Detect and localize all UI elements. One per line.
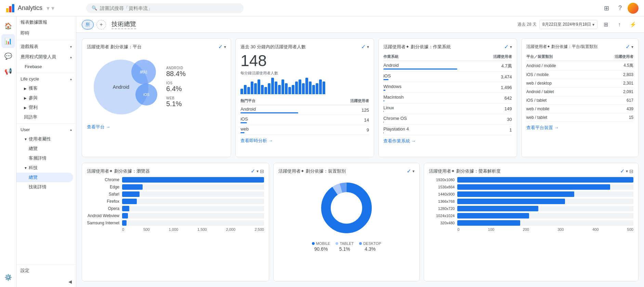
mini-bar — [258, 79, 260, 94]
mini-bar — [278, 85, 281, 94]
pd-dropdown-icon[interactable]: ▾ — [631, 45, 633, 49]
date-selector[interactable]: 8月22日至 2024年9月18日 ▾ — [539, 20, 597, 29]
os-view-link[interactable]: 查看作業系統 → — [383, 138, 512, 144]
sidebar-item-engage[interactable]: ▶ 參與 — [16, 93, 76, 103]
platform-dropdown-icon[interactable]: ▾ — [224, 45, 226, 49]
sidebar-item-games[interactable]: 遊戲報表 ▾ — [16, 41, 76, 52]
left-nav: 🏠 📊 💬 📢 ⚙️ — [0, 16, 16, 287]
browser-row: Opera — [87, 206, 264, 211]
mini-bar — [271, 78, 274, 94]
pd-card-title: 活躍使用者✦ 劃分依據：平台/裝置類別 — [526, 44, 626, 50]
web-label: WEB — [166, 96, 186, 100]
nav-home[interactable]: 🏠 — [1, 19, 15, 33]
table-row: Chrome OS 30 — [383, 114, 512, 125]
os-table: 作業系統 活躍使用者 Android 4.7萬 iOS 3,474 Wi — [383, 53, 512, 135]
pd-view-link[interactable]: 查看平台裝置 → — [526, 125, 633, 131]
tablet-value: 5.1% — [339, 246, 350, 252]
desktop-legend: DESKTOP 4.3% — [359, 241, 381, 252]
active-users-dropdown-icon[interactable]: ▾ — [367, 45, 369, 49]
mini-bar — [285, 83, 288, 94]
resolution-row: 1366x768 — [429, 199, 633, 204]
android-value: 88.4% — [166, 70, 186, 78]
sidebar-collapse-btn[interactable]: ◀ — [16, 276, 76, 287]
filter-chip[interactable]: 所 — [82, 20, 94, 29]
sidebar-item-bounce[interactable]: 回訪率 — [16, 112, 76, 122]
help-icon-btn[interactable]: ? — [614, 2, 626, 14]
tablet-label: TABLET — [340, 241, 354, 246]
device-check-icon: ✓ — [407, 168, 411, 174]
device-type-card: 活躍使用者✦ 劃分依據：裝置類別 ✓ ▾ — [273, 163, 420, 282]
share-btn[interactable]: ↑ — [614, 19, 625, 30]
search-input[interactable] — [100, 5, 238, 11]
platform-check-icon: ✓ — [218, 43, 223, 50]
resolution-dropdown-icon[interactable]: ▾ — [626, 169, 628, 174]
mini-bar — [244, 85, 247, 94]
table-row: Macintosh 642 — [383, 93, 512, 103]
resolution-row: 1440x900 — [429, 191, 633, 197]
mini-bar — [305, 78, 308, 94]
sidebar-item-tech-details[interactable]: 技術詳情 — [16, 182, 76, 192]
sidebar-item-overview[interactable]: 總覽 — [16, 144, 76, 153]
sidebar-item-reports-summary[interactable]: 報表數據匯報 — [16, 16, 76, 28]
resolution-bar — [457, 191, 574, 197]
grid-icon-btn[interactable]: ⊞ — [600, 2, 613, 14]
sidebar-item-tech-overview[interactable]: 總覽 — [16, 173, 73, 182]
platform-card-title: 活躍使用者 劃分依據：平台 — [87, 44, 218, 50]
desktop-label: DESKTOP — [363, 241, 381, 246]
mobile-value: 90.6% — [314, 246, 328, 252]
resolution-filter-icon[interactable]: ⊟ — [629, 169, 633, 174]
browser-row: Edge — [87, 184, 264, 190]
browser-filter-icon[interactable]: ⊟ — [260, 169, 264, 174]
os-dropdown-icon[interactable]: ▾ — [510, 45, 512, 49]
table-row: Windows 1,496 — [383, 82, 512, 93]
browser-row: Firefox — [87, 199, 264, 204]
sidebar-item-acquire[interactable]: ▶ 獲客 — [16, 84, 76, 93]
mobile-label: MOBILE — [316, 241, 330, 246]
sidebar-item-instant[interactable]: 即時 — [16, 28, 76, 38]
table-row: Android 125 — [240, 105, 369, 115]
page-title: 技術總覽 — [111, 20, 136, 29]
active-users-count: 148 — [240, 53, 369, 68]
sidebar-item-firebase[interactable]: Firebase — [16, 62, 76, 71]
mini-chart-label: 每分鐘活躍使用者人數 — [240, 71, 369, 76]
os-card: 活躍使用者✦ 劃分依據：作業系統 ✓ ▾ 作業系統 活躍使用者 — [378, 38, 517, 157]
device-dropdown-icon[interactable]: ▾ — [412, 169, 415, 174]
sidebar-item-user-attr[interactable]: ▼ 使用者屬性 — [16, 134, 76, 144]
resolution-bar — [457, 199, 565, 204]
nav-explore[interactable]: 💬 — [1, 49, 15, 63]
mini-bar — [309, 82, 312, 94]
browser-check-icon: ✓ — [251, 168, 255, 174]
active-users-view-link[interactable]: 查看即時分析 → — [240, 138, 369, 144]
browser-dropdown-icon[interactable]: ▾ — [257, 169, 259, 174]
android-label: ANDROID — [166, 66, 186, 70]
mini-bar — [299, 79, 301, 94]
date-range-label: 過去 28 天 — [517, 22, 537, 27]
mini-bar — [292, 85, 294, 94]
nav-reports[interactable]: 📊 — [1, 34, 15, 48]
active-users-check-icon: ✓ — [361, 43, 366, 50]
platform-view-link[interactable]: 查看平台 → — [87, 124, 226, 130]
app-title: Analytics — [18, 4, 42, 12]
sidebar-item-lifecycle[interactable]: Life cycle ▴ — [16, 74, 76, 84]
sidebar-item-settings[interactable]: 設定 — [16, 265, 76, 276]
resolution-row: 1920x1080 — [429, 177, 633, 183]
browser-card-title: 活躍使用者✦ 劃分依據：瀏覽器 — [87, 168, 251, 174]
add-filter-btn[interactable]: + — [96, 20, 106, 29]
table-row: Android / mobile 4.5萬 — [526, 61, 633, 71]
nav-advertise[interactable]: 📢 — [1, 64, 15, 78]
nav-config[interactable]: ⚙️ — [1, 271, 15, 284]
insights-btn[interactable]: ⚡ — [628, 19, 639, 30]
avatar[interactable] — [628, 3, 639, 14]
mini-bar — [240, 89, 243, 94]
table-row: web / tablet 15 — [526, 113, 633, 122]
sidebar-item-appdev[interactable]: 應用程式開發人員 ▴ — [16, 52, 76, 62]
sidebar-item-tech[interactable]: ▼ 科技 — [16, 163, 76, 173]
sidebar-item-user[interactable]: User ▴ — [16, 125, 76, 134]
mini-bar — [312, 85, 315, 94]
compare-btn[interactable]: ⊞ — [600, 19, 611, 30]
sidebar-item-customer-details[interactable]: 客層詳情 — [16, 153, 76, 163]
search-box[interactable]: 🔍 — [86, 3, 244, 13]
browser-x-axis: 05001,0001,5002,0002,500 — [87, 227, 264, 232]
pd-check-icon: ✓ — [626, 43, 630, 50]
sidebar-item-revenue[interactable]: ▶ 營利 — [16, 103, 76, 112]
